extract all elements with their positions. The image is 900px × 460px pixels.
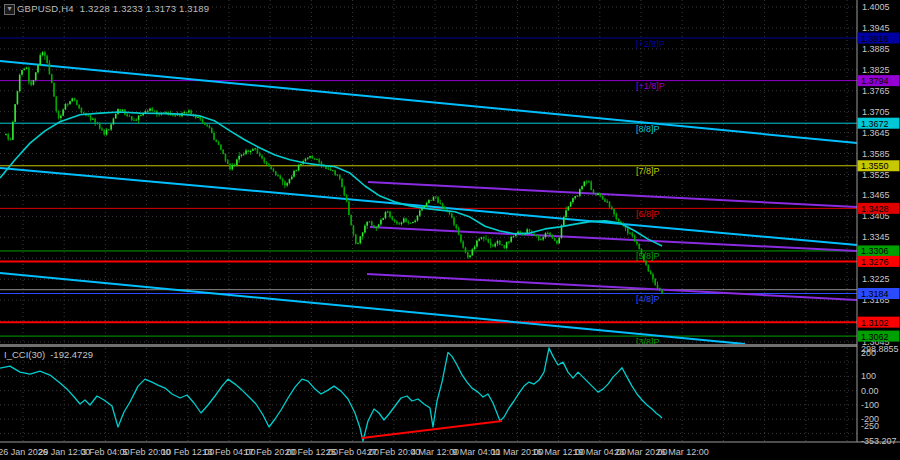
candle (7, 134, 9, 139)
murrey-level-label: [+2/8]P (636, 39, 665, 49)
candle (5, 134, 7, 135)
candle (350, 215, 352, 225)
candle (572, 198, 574, 202)
candle (609, 202, 611, 207)
price-tick-label: 1.3825 (862, 65, 890, 75)
descending-trendline-cyan[interactable] (0, 168, 857, 245)
candle (540, 239, 542, 240)
candle (597, 194, 599, 196)
descending-trendline-cyan[interactable] (0, 273, 745, 344)
cci-axis-label: -250 (861, 421, 879, 431)
candle (120, 109, 122, 111)
candle (213, 133, 215, 140)
candle (501, 245, 503, 246)
candle (234, 165, 236, 166)
price-level-box-label: 1.3184 (861, 289, 889, 299)
candle (236, 160, 238, 166)
candle (645, 261, 647, 265)
candle (552, 235, 554, 238)
candle (204, 123, 206, 125)
candle (403, 218, 405, 222)
candle (577, 196, 579, 197)
price-level-box-label: 1.3276 (861, 257, 889, 267)
candle (62, 110, 64, 116)
candle (232, 165, 234, 169)
cci-line (0, 348, 662, 441)
candle (437, 197, 439, 202)
candle (270, 166, 272, 168)
candle (394, 220, 396, 222)
candle (138, 116, 140, 120)
window-menu-icon[interactable]: ▾ (4, 4, 15, 15)
descending-trendline-cyan[interactable] (0, 61, 857, 143)
descending-channel-line-purple[interactable] (368, 182, 857, 207)
candle (60, 116, 62, 118)
candle (547, 233, 549, 234)
candle (428, 200, 430, 203)
candle (243, 154, 245, 155)
candle (419, 210, 421, 215)
candle (408, 222, 410, 223)
candle (556, 241, 558, 244)
candle (481, 237, 483, 239)
candle (568, 206, 570, 210)
price-chart-canvas[interactable]: [+2/8]P[+1/8]P[8/8]P[7/8]P[6/8]P[5/8]P[4… (0, 0, 900, 460)
candle (611, 207, 613, 209)
candle (37, 65, 39, 72)
descending-channel-line-purple[interactable] (367, 274, 857, 300)
candle (286, 183, 288, 185)
candle (339, 175, 341, 178)
price-level-box-label: 1.3794 (861, 76, 889, 86)
candle (426, 203, 428, 206)
candle (30, 82, 32, 85)
candle (474, 247, 476, 250)
candle (417, 216, 419, 221)
candle (485, 239, 487, 240)
candle (21, 70, 23, 75)
candle (261, 156, 263, 159)
candle (67, 104, 69, 105)
candle (478, 239, 480, 241)
candle (542, 237, 544, 239)
candle (494, 244, 496, 247)
pane-splitter[interactable] (0, 344, 857, 347)
candle (202, 119, 204, 123)
candle (371, 222, 373, 226)
candle (190, 111, 192, 115)
candle (492, 245, 494, 246)
candle (593, 190, 595, 194)
candle (133, 120, 135, 121)
candle (81, 108, 83, 113)
candle (277, 175, 279, 176)
candle (229, 164, 231, 169)
candle (280, 176, 282, 179)
murrey-level-label: [7/8]P (636, 166, 660, 176)
price-level-box-label: 1.3916 (861, 34, 889, 44)
candle (28, 68, 30, 82)
candle (652, 274, 654, 279)
candle (545, 233, 547, 237)
candle (113, 118, 115, 124)
candle (225, 154, 227, 160)
price-level-box-label: 1.3428 (861, 204, 889, 214)
price-level-box-label: 1.3672 (861, 119, 889, 129)
candle (17, 91, 19, 104)
candle (222, 150, 224, 154)
candle (26, 68, 28, 69)
candle (380, 220, 382, 224)
candle (634, 236, 636, 242)
candle (385, 212, 387, 218)
cci-axis-label: 0.00 (861, 386, 879, 396)
candle (268, 164, 270, 166)
candle (334, 170, 336, 174)
candle-series (5, 51, 663, 294)
candle (453, 218, 455, 225)
candle (87, 115, 89, 116)
candle (318, 159, 320, 162)
candle (296, 170, 298, 171)
candle (565, 210, 567, 217)
candle (76, 100, 78, 105)
candle (440, 203, 442, 204)
candle (282, 179, 284, 182)
murrey-level-label: [+1/8]P (636, 81, 665, 91)
